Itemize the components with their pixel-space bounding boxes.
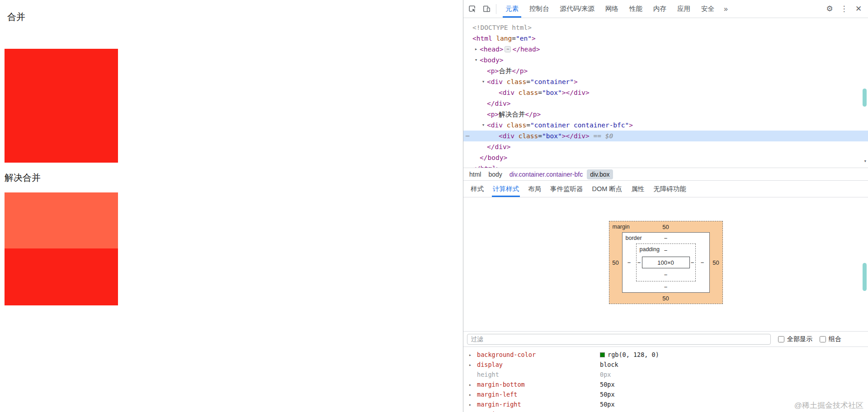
computed-row-background-color[interactable]: background-color rgb(0, 128, 0)	[463, 350, 861, 360]
code-token-tag: </head>	[512, 46, 540, 53]
dom-tree-line[interactable]: </div>	[463, 141, 868, 152]
expand-arrow-icon[interactable]	[469, 402, 472, 407]
tab-memory[interactable]: 内存	[648, 0, 672, 18]
expand-arrow-icon[interactable]	[469, 392, 472, 397]
code-token-attr: class	[503, 78, 526, 85]
dom-tree-line[interactable]: <p>合并</p>	[463, 66, 868, 76]
box-model-margin[interactable]: margin 50 50 border − − padding −	[609, 221, 723, 304]
breadcrumb: html body div.container.container-bfc di…	[463, 168, 868, 181]
code-token-tag: <div	[487, 78, 503, 85]
collapse-arrow-icon[interactable]	[481, 120, 486, 131]
expand-arrow-icon[interactable]	[469, 362, 472, 367]
filter-input[interactable]	[467, 334, 771, 345]
code-token-tag: </div>	[487, 143, 510, 150]
breadcrumb-div-box[interactable]: div.box	[587, 169, 613, 179]
tab-performance[interactable]: 性能	[624, 0, 648, 18]
tab-network[interactable]: 网络	[600, 0, 624, 18]
computed-scrollbar-thumb[interactable]	[863, 263, 867, 291]
show-all-checkbox-group[interactable]: 全部显示	[778, 335, 812, 343]
device-toolbar-icon[interactable]	[480, 2, 493, 16]
color-swatch[interactable]	[600, 352, 605, 357]
code-token-plain: =	[538, 89, 542, 96]
code-token-doctype: <!DOCTYPE html>	[472, 24, 532, 31]
kebab-menu-icon[interactable]: ⋮	[837, 2, 851, 16]
computed-row-margin-bottom[interactable]: margin-bottom 50px	[463, 379, 861, 389]
border-bottom-value[interactable]: −	[664, 284, 668, 290]
padding-left-value[interactable]: −	[637, 259, 642, 266]
dom-tree-line[interactable]: </html>	[463, 163, 868, 168]
dom-tree-line[interactable]: <div class="box"></div>	[463, 87, 868, 98]
scroll-down-icon[interactable]: ▾	[863, 158, 867, 164]
breadcrumb-body[interactable]: body	[485, 169, 505, 179]
more-actions-icon[interactable]: ⋯	[466, 131, 469, 141]
expand-arrow-icon[interactable]	[469, 352, 472, 357]
code-token-val: "box"	[542, 132, 562, 140]
devtools-toolbar: 元素 控制台 源代码/来源 网络 性能 内存 应用 安全 » ⚙ ⋮ ✕	[463, 0, 868, 18]
dom-tree-line[interactable]: <!DOCTYPE html>	[463, 22, 868, 33]
code-token-ellipsis: ⋯	[505, 46, 511, 52]
dom-tree-line[interactable]: ⋯<div class="box"></div> == $0	[463, 131, 868, 141]
more-tabs-icon[interactable]: »	[720, 0, 732, 18]
computed-row-display[interactable]: display block	[463, 360, 861, 370]
tab-dom-breakpoints[interactable]: DOM 断点	[588, 181, 627, 197]
close-icon[interactable]: ✕	[852, 2, 865, 16]
collapse-arrow-icon[interactable]	[481, 76, 486, 87]
tab-properties[interactable]: 属性	[627, 181, 649, 197]
tab-styles[interactable]: 样式	[466, 181, 488, 197]
red-box-1	[5, 49, 118, 163]
code-token-attr: class	[514, 89, 538, 96]
margin-top-value[interactable]: 50	[662, 224, 669, 230]
tab-elements[interactable]: 元素	[500, 0, 524, 18]
settings-gear-icon[interactable]: ⚙	[823, 2, 836, 16]
tab-sources[interactable]: 源代码/来源	[555, 0, 600, 18]
margin-left-value[interactable]: 50	[609, 259, 622, 266]
border-top-value[interactable]: −	[664, 235, 668, 242]
dom-tree-line[interactable]: <div class="container container-bfc">	[463, 120, 868, 131]
tab-layout[interactable]: 布局	[524, 181, 546, 197]
dom-tree-line[interactable]: <div class="container">	[463, 76, 868, 87]
elements-scrollbar-thumb[interactable]	[863, 89, 867, 107]
computed-row-height[interactable]: height 0px	[463, 370, 861, 379]
code-token-tag: <head>	[480, 46, 503, 53]
show-all-checkbox[interactable]	[778, 336, 784, 342]
breadcrumb-container-bfc[interactable]: div.container.container-bfc	[506, 169, 586, 179]
tab-accessibility[interactable]: 无障碍功能	[649, 181, 691, 197]
padding-label: padding	[640, 246, 660, 253]
breadcrumb-html[interactable]: html	[466, 169, 484, 179]
box-model-padding[interactable]: padding − − 100×0 − −	[636, 243, 696, 281]
code-token-plain: =	[526, 78, 530, 85]
dom-tree-line[interactable]: <p>解决合并</p>	[463, 109, 868, 120]
padding-top-value[interactable]: −	[664, 247, 668, 254]
border-right-value[interactable]: −	[696, 259, 709, 266]
border-left-value[interactable]: −	[623, 259, 636, 266]
dom-tree-line[interactable]: <body>	[463, 55, 868, 66]
dom-tree-line[interactable]: <html lang="en">	[463, 33, 868, 44]
padding-right-value[interactable]: −	[690, 259, 695, 266]
code-token-tag: </div>	[566, 132, 589, 140]
margin-right-value[interactable]: 50	[710, 259, 722, 266]
expand-arrow-icon[interactable]	[469, 382, 472, 387]
tab-console[interactable]: 控制台	[524, 0, 555, 18]
code-token-text: 合并	[499, 67, 512, 75]
dom-tree-line[interactable]: <head>⋯</head>	[463, 44, 868, 55]
box-model-border[interactable]: border − − padding − − 100×0 −	[622, 232, 710, 293]
margin-bottom-value[interactable]: 50	[662, 295, 669, 302]
tab-application[interactable]: 应用	[672, 0, 696, 18]
code-token-attr: lang	[492, 35, 512, 42]
tab-computed[interactable]: 计算样式	[488, 181, 524, 197]
code-token-plain: =	[526, 122, 530, 129]
dom-tree-line[interactable]: </div>	[463, 98, 868, 109]
collapse-arrow-icon[interactable]	[473, 55, 479, 66]
group-checkbox[interactable]	[820, 336, 826, 342]
tab-event-listeners[interactable]: 事件监听器	[546, 181, 588, 197]
padding-bottom-value[interactable]: −	[664, 272, 668, 278]
group-checkbox-group[interactable]: 组合	[820, 335, 841, 343]
computed-row-margin-left[interactable]: margin-left 50px	[463, 389, 861, 399]
inspect-element-icon[interactable]	[465, 2, 479, 16]
code-token-tag: </div>	[566, 89, 589, 96]
tab-security[interactable]: 安全	[696, 0, 720, 18]
box-model-content[interactable]: 100×0	[642, 257, 690, 268]
expand-arrow-icon[interactable]	[473, 44, 479, 55]
dom-tree-line[interactable]: </body>	[463, 152, 868, 163]
code-token-tag: <html	[472, 35, 492, 42]
